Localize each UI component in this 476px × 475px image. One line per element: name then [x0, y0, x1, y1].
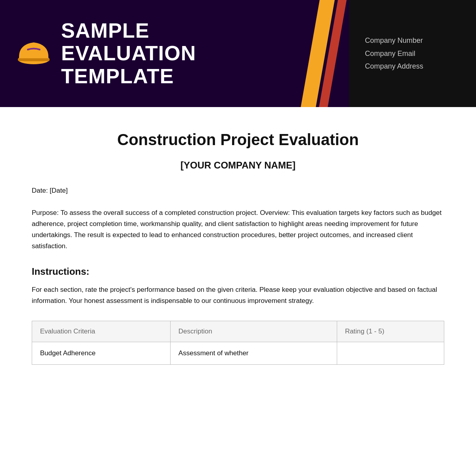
row-description: Assessment of whether — [170, 342, 337, 365]
svg-rect-2 — [18, 58, 50, 61]
col-header-criteria: Evaluation Criteria — [32, 321, 171, 342]
table-row: Budget Adherence Assessment of whether — [32, 342, 444, 365]
instructions-heading: Instructions: — [32, 266, 444, 277]
document-title: Construction Project Evaluation — [32, 131, 444, 149]
header-title-block: SAMPLE EVALUATION TEMPLATE — [61, 19, 196, 88]
instructions-text: For each section, rate the project's per… — [32, 284, 444, 306]
header-right-panel: Company Number Company Email Company Add… — [349, 0, 476, 107]
company-number-label: Company Number — [365, 34, 460, 47]
table-body: Budget Adherence Assessment of whether — [32, 342, 444, 365]
header-left: SAMPLE EVALUATION TEMPLATE — [0, 0, 212, 107]
company-email-label: Company Email — [365, 47, 460, 60]
table-header-row: Evaluation Criteria Description Rating (… — [32, 321, 444, 342]
header-accent-stripes — [294, 0, 341, 107]
hard-hat-icon — [16, 38, 52, 69]
header-title: SAMPLE EVALUATION TEMPLATE — [61, 19, 196, 88]
company-address-label: Company Address — [365, 60, 460, 73]
table-header: Evaluation Criteria Description Rating (… — [32, 321, 444, 342]
row-rating — [337, 342, 444, 365]
document-date: Date: [Date] — [32, 187, 444, 195]
document-purpose-overview: Purpose: To assess the overall success o… — [32, 207, 444, 252]
document-subtitle: [YOUR COMPANY NAME] — [32, 160, 444, 171]
main-content: Construction Project Evaluation [YOUR CO… — [0, 107, 476, 381]
page-header: SAMPLE EVALUATION TEMPLATE Company Numbe… — [0, 0, 476, 107]
col-header-rating: Rating (1 - 5) — [337, 321, 444, 342]
evaluation-table: Evaluation Criteria Description Rating (… — [32, 321, 444, 365]
row-criteria: Budget Adherence — [32, 342, 171, 365]
col-header-description: Description — [170, 321, 337, 342]
